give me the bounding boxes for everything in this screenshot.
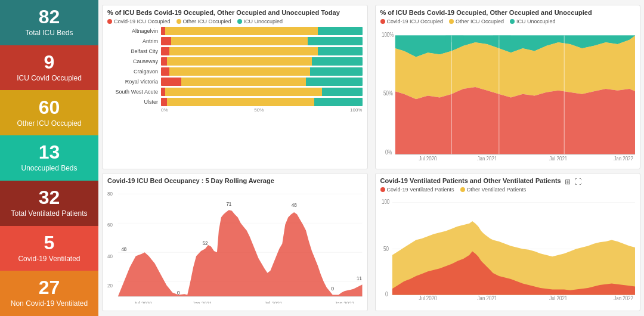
svg-text:Jan 2022: Jan 2022 <box>614 295 633 300</box>
bar-unoccupied-2 <box>318 47 362 55</box>
svg-text:Jul 2021: Jul 2021 <box>264 300 282 303</box>
bar-track-5 <box>161 78 363 86</box>
legend-unoccupied-label: ICU Unoccupied <box>244 18 283 24</box>
bar-label-2: Belfast City <box>107 48 158 54</box>
bar-label-1: Antrim <box>107 38 158 44</box>
bar-other-0 <box>165 27 318 35</box>
legend-unoccupied-dot <box>237 19 242 24</box>
svg-text:Jan 2021: Jan 2021 <box>477 295 497 300</box>
expand-icon[interactable]: ⛶ <box>574 178 581 186</box>
bar-track-0 <box>161 27 363 35</box>
svg-text:0: 0 <box>177 289 179 296</box>
bar-row-3: Causeway <box>107 57 363 66</box>
legend-covid: Covid-19 ICU Occupied <box>107 18 171 24</box>
bar-covid-2 <box>161 47 169 55</box>
stat-card-1: 9 ICU Covid Occupied <box>0 45 98 91</box>
stat-label-0: Total ICU Beds <box>25 29 73 38</box>
bar-track-3 <box>161 57 363 66</box>
right-column: % of ICU Beds Covid-19 Occupied, Other O… <box>371 0 645 316</box>
area-legend-covid-label: Covid-19 ICU Occupied <box>387 18 444 24</box>
sidebar: 82 Total ICU Beds 9 ICU Covid Occupied 6… <box>0 0 98 316</box>
svg-text:48: 48 <box>292 202 297 208</box>
stat-number-1: 9 <box>44 52 55 72</box>
vent-legend-covid-label: Covid-19 Ventilated Patients <box>387 187 454 193</box>
bar-legend: Covid-19 ICU Occupied Other ICU Occupied… <box>107 18 363 24</box>
stat-label-3: Unoccupied Beds <box>21 164 77 174</box>
rolling-chart-section: Covid-19 ICU Bed Occupancy : 5 Day Rolli… <box>102 173 368 311</box>
area-legend-unoccupied-label: ICU Unoccupied <box>516 18 556 24</box>
vent-legend-other: Other Ventilated Patients <box>460 187 527 193</box>
svg-text:Jul 2020: Jul 2020 <box>419 295 436 300</box>
stat-label-4: Total Ventilated Patients <box>11 209 87 219</box>
svg-text:60: 60 <box>107 221 113 228</box>
vent-legend-covid: Covid-19 Ventilated Patients <box>380 187 454 193</box>
ventilated-toolbar: Covid-19 Ventilated Patients and Other V… <box>380 177 636 187</box>
area-legend-unoccupied: ICU Unoccupied <box>510 18 556 24</box>
bar-row-6: South West Acute <box>107 88 363 96</box>
bar-covid-3 <box>161 57 167 66</box>
bar-covid-6 <box>161 88 165 96</box>
ventilated-chart-title: Covid-19 Ventilated Patients and Other V… <box>380 177 561 184</box>
stat-card-4: 32 Total Ventilated Patients <box>0 181 98 226</box>
bar-track-4 <box>161 67 363 76</box>
bar-x-axis: 0% 50% 100% <box>107 107 363 113</box>
filter-icon[interactable]: ⊞ <box>565 178 571 186</box>
left-column: % of ICU Beds Covid-19 Occupied, Other O… <box>98 0 371 316</box>
legend-other: Other ICU Occupied <box>177 18 231 24</box>
bar-label-5: Royal Victoria <box>107 79 158 85</box>
ventilated-legend: Covid-19 Ventilated Patients Other Venti… <box>380 187 636 193</box>
ventilated-chart-section: Covid-19 Ventilated Patients and Other V… <box>375 173 641 311</box>
bar-covid-0 <box>161 27 165 35</box>
area-legend: Covid-19 ICU Occupied Other ICU Occupied… <box>380 18 636 24</box>
svg-text:48: 48 <box>121 246 126 252</box>
bar-covid-7 <box>161 98 167 106</box>
bar-other-1 <box>171 37 308 45</box>
bar-covid-4 <box>161 67 169 76</box>
stat-number-5: 5 <box>44 233 55 252</box>
bar-unoccupied-3 <box>312 57 362 66</box>
legend-unoccupied: ICU Unoccupied <box>237 18 283 24</box>
bar-unoccupied-5 <box>306 78 363 86</box>
stat-card-0: 82 Total ICU Beds <box>0 0 98 45</box>
bar-unoccupied-7 <box>314 98 363 106</box>
bar-row-5: Royal Victoria <box>107 78 363 86</box>
area-legend-other: Other ICU Occupied <box>449 18 504 24</box>
bar-other-3 <box>167 57 312 66</box>
x-label-50: 50% <box>254 107 264 113</box>
bar-other-4 <box>169 67 310 76</box>
x-label-0: 0% <box>161 107 168 113</box>
area-svg: 100% 50% 0% <box>380 27 636 160</box>
svg-text:52: 52 <box>203 240 208 246</box>
area-legend-covid-dot <box>380 19 385 24</box>
rolling-svg: 80 60 40 20 48 0 52 71 <box>107 187 363 303</box>
legend-covid-dot <box>107 19 112 24</box>
bar-track-6 <box>161 88 363 96</box>
svg-text:Jul 2021: Jul 2021 <box>549 295 567 300</box>
stat-label-2: Other ICU Occupied <box>17 119 81 129</box>
area-legend-other-dot <box>449 19 454 24</box>
x-label-100: 100% <box>350 107 362 113</box>
stat-card-3: 13 Unoccupied Beds <box>0 135 98 181</box>
svg-text:40: 40 <box>107 253 113 259</box>
stat-number-2: 60 <box>39 98 60 117</box>
bar-label-3: Causeway <box>107 58 158 64</box>
bar-row-1: Antrim <box>107 37 363 45</box>
ventilated-chart-area: 100 50 0 Jul 2020 Jan 2021 <box>380 195 636 300</box>
ventilated-svg: 100 50 0 Jul 2020 Jan 2021 <box>380 195 636 300</box>
bar-label-7: Ulster <box>107 99 158 105</box>
svg-rect-27 <box>493 35 510 39</box>
rolling-chart-area: 80 60 40 20 48 0 52 71 <box>107 187 363 303</box>
svg-text:Jan 2021: Jan 2021 <box>477 155 497 160</box>
bar-unoccupied-0 <box>318 27 362 35</box>
area-chart-title: % of ICU Beds Covid-19 Occupied, Other O… <box>380 9 636 16</box>
legend-other-label: Other ICU Occupied <box>183 18 231 24</box>
bar-covid-1 <box>161 37 171 45</box>
legend-covid-label: Covid-19 ICU Occupied <box>114 18 171 24</box>
bar-row-4: Craigavon <box>107 67 363 76</box>
bar-unoccupied-4 <box>310 67 363 76</box>
area-legend-other-label: Other ICU Occupied <box>456 18 504 24</box>
bar-unoccupied-6 <box>322 88 363 96</box>
svg-text:Jul 2020: Jul 2020 <box>134 300 152 303</box>
stat-number-3: 13 <box>39 142 60 162</box>
vent-legend-other-label: Other Ventilated Patients <box>467 187 527 193</box>
